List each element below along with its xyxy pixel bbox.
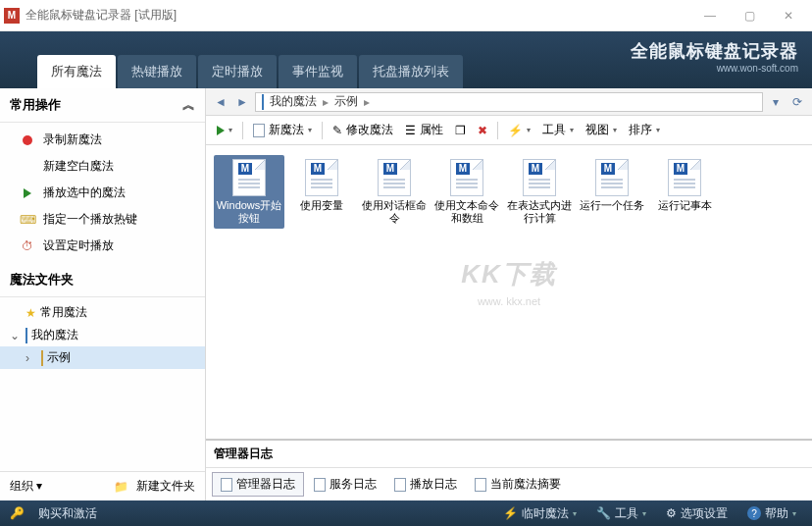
tab-all-magic[interactable]: 所有魔法	[37, 55, 116, 88]
organize-button[interactable]: 组织 ▾	[10, 478, 42, 495]
page-icon	[314, 478, 326, 492]
refresh-icon[interactable]: ⟳	[788, 93, 806, 111]
macro-file-icon	[595, 159, 629, 196]
page-icon	[394, 478, 406, 492]
file-name: Windows开始按钮	[216, 199, 282, 225]
mydoc-icon	[25, 329, 27, 342]
app-icon: M	[4, 8, 20, 24]
macro-file-icon	[305, 159, 338, 196]
delete-button[interactable]: ✖	[473, 121, 492, 140]
file-item[interactable]: 使用文本命令和数组	[431, 155, 502, 229]
log-tab-manager[interactable]: 管理器日志	[212, 472, 304, 497]
tab-hotkey-play[interactable]: 热键播放	[118, 55, 196, 88]
copy-button[interactable]: ❐	[450, 121, 471, 140]
tree-node-examples[interactable]: › 示例	[0, 346, 205, 369]
copy-icon: ❐	[455, 124, 466, 137]
play-icon	[20, 185, 35, 201]
log-panel-title: 管理器日志	[206, 441, 812, 468]
folders-header[interactable]: 魔法文件夹	[0, 263, 205, 297]
properties-button[interactable]: ☰属性	[400, 119, 448, 141]
page-icon	[475, 478, 486, 492]
file-item[interactable]: 使用对话框命令	[359, 155, 430, 229]
file-name: 在表达式内进行计算	[506, 199, 573, 225]
clock-icon: ⏱	[20, 238, 35, 254]
page-icon	[253, 124, 265, 137]
buy-activate-button[interactable]: 购买和激活	[32, 503, 103, 524]
folder-icon	[41, 351, 43, 365]
log-tab-service[interactable]: 服务日志	[306, 472, 384, 497]
log-tab-play[interactable]: 播放日志	[386, 472, 465, 497]
wrench-icon: 🔧	[596, 506, 611, 520]
help-button[interactable]: ?帮助▾	[741, 503, 802, 524]
brand-cn: 全能鼠标键盘记录器	[631, 39, 798, 63]
file-item[interactable]: 运行记事本	[649, 155, 720, 229]
tools-button[interactable]: 工具▾	[537, 119, 579, 141]
nav-fwd-icon[interactable]: ►	[233, 93, 251, 111]
sidebar-item-record[interactable]: 录制新魔法	[0, 127, 205, 153]
tree-node-my-magic[interactable]: ⌄ 我的魔法	[0, 324, 205, 346]
options-button[interactable]: ⚙选项设置	[660, 503, 734, 524]
window-title: 全能鼠标键盘记录器 [试用版]	[25, 7, 177, 24]
close-button[interactable]: ✕	[769, 2, 808, 29]
delete-icon: ✖	[478, 124, 487, 137]
sidebar-item-assign-hotkey[interactable]: ⌨ 指定一个播放热键	[0, 206, 205, 233]
edit-magic-button[interactable]: ✎修改魔法	[328, 119, 398, 141]
sidebar-item-new-blank[interactable]: 新建空白魔法	[0, 153, 205, 180]
bolt-icon: ⚡	[503, 506, 518, 520]
nav-back-icon[interactable]: ◄	[212, 93, 229, 111]
file-item[interactable]: 在表达式内进行计算	[504, 155, 575, 229]
file-name: 运行一个任务	[580, 199, 644, 212]
sidebar-item-play-selected[interactable]: 播放选中的魔法	[0, 180, 205, 206]
file-name: 使用文本命令和数组	[433, 199, 500, 225]
gear-icon: ⚙	[666, 506, 677, 520]
minimize-button[interactable]: —	[690, 2, 730, 29]
log-tab-summary[interactable]: 当前魔法摘要	[467, 472, 569, 497]
macro-file-icon	[523, 159, 556, 196]
file-name: 使用对话框命令	[361, 199, 428, 225]
expand-icon[interactable]: ›	[25, 351, 37, 365]
expand-icon[interactable]: ⌄	[10, 329, 22, 342]
tree-node-favorites[interactable]: ★ 常用魔法	[0, 301, 205, 324]
record-icon	[20, 132, 35, 148]
macro-file-icon	[450, 159, 483, 196]
brand-en: www.won-soft.com	[631, 63, 798, 74]
maximize-button[interactable]: ▢	[730, 2, 769, 29]
bolt-button[interactable]: ⚡▾	[503, 121, 535, 140]
play-button[interactable]: ▾	[212, 123, 237, 138]
tab-event-monitor[interactable]: 事件监视	[279, 55, 357, 88]
file-item[interactable]: 运行一个任务	[577, 155, 647, 229]
view-button[interactable]: 视图▾	[581, 119, 622, 141]
macro-file-icon	[668, 159, 701, 196]
file-item[interactable]: 使用变量	[286, 155, 357, 229]
key-icon: 🔑	[10, 506, 25, 520]
sort-button[interactable]: 排序▾	[624, 119, 665, 141]
tab-timed-play[interactable]: 定时播放	[198, 55, 277, 88]
dropdown-icon[interactable]: ▾	[767, 93, 785, 111]
new-folder-button[interactable]: 新建文件夹	[136, 478, 195, 495]
new-folder-icon: 📁	[114, 480, 128, 494]
star-icon: ★	[25, 306, 36, 320]
watermark: KK下载 www. kkx.net	[461, 257, 557, 307]
macro-file-icon	[378, 159, 411, 196]
props-icon: ☰	[405, 124, 416, 137]
tab-tray-playlist[interactable]: 托盘播放列表	[359, 55, 463, 88]
temp-magic-button[interactable]: ⚡临时魔法▾	[497, 503, 583, 524]
macro-file-icon	[232, 159, 266, 196]
file-name: 运行记事本	[658, 199, 712, 212]
file-name: 使用变量	[300, 199, 343, 212]
sidebar-item-set-timer[interactable]: ⏱ 设置定时播放	[0, 233, 205, 259]
breadcrumb[interactable]: 我的魔法 ▸ 示例 ▸	[255, 92, 763, 112]
keyboard-icon: ⌨	[20, 212, 35, 228]
page-icon	[221, 478, 232, 492]
help-icon: ?	[747, 506, 761, 520]
brand-block: 全能鼠标键盘记录器 www.won-soft.com	[631, 39, 798, 74]
footer-tools-button[interactable]: 🔧工具▾	[590, 503, 652, 524]
bolt-icon: ⚡	[508, 124, 523, 137]
edit-icon: ✎	[332, 124, 342, 137]
common-ops-header[interactable]: 常用操作 ︽	[0, 88, 205, 123]
new-magic-button[interactable]: 新魔法▾	[248, 119, 317, 141]
collapse-icon: ︽	[182, 96, 195, 114]
mydoc-icon	[262, 95, 264, 109]
file-item[interactable]: Windows开始按钮	[214, 155, 284, 229]
